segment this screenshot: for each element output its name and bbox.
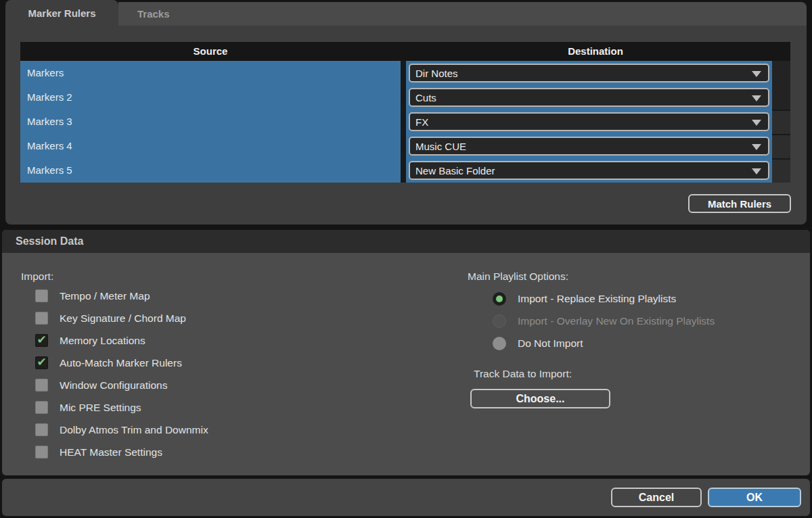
ok-button[interactable]: OK bbox=[708, 488, 801, 507]
checkbox-label: Window Configurations bbox=[60, 379, 167, 392]
checkbox-row-auto-match-marker-rulers[interactable]: ✔ Auto-Match Marker Rulers bbox=[35, 352, 208, 374]
destination-dropdown[interactable]: Dir Notes bbox=[409, 64, 769, 83]
checkbox-label: Mic PRE Settings bbox=[60, 402, 141, 414]
table-row: Markers Dir Notes bbox=[20, 61, 790, 85]
destination-dropdown-value: Music CUE bbox=[415, 141, 466, 152]
destination-dropdown[interactable]: Music CUE bbox=[409, 137, 769, 156]
tab-tracks-label: Tracks bbox=[137, 8, 170, 20]
chevron-down-icon bbox=[752, 95, 761, 101]
track-data-to-import-label: Track Data to Import: bbox=[474, 368, 572, 380]
column-divider bbox=[401, 134, 406, 158]
session-data-body: Import: ✔ Tempo / Meter Map ✔ Key Signat… bbox=[2, 253, 810, 475]
column-divider bbox=[401, 110, 406, 134]
chevron-down-icon bbox=[752, 168, 761, 174]
table-row: Markers 4 Music CUE bbox=[20, 134, 790, 158]
checkbox-label: Auto-Match Marker Rulers bbox=[60, 357, 182, 369]
destination-dropdown-value: FX bbox=[415, 116, 428, 128]
column-divider bbox=[401, 158, 406, 183]
destination-dropdown-value: New Basic Folder bbox=[415, 165, 495, 176]
chevron-down-icon bbox=[752, 144, 761, 150]
checkbox-label: Dolby Atmos Trim and Downmix bbox=[60, 424, 208, 436]
cancel-button[interactable]: Cancel bbox=[611, 488, 702, 507]
radio-row-import-replace[interactable]: Import - Replace Existing Playlists bbox=[493, 287, 715, 310]
checkbox[interactable]: ✔ bbox=[35, 289, 48, 302]
checkbox-label: Key Signature / Chord Map bbox=[60, 312, 186, 325]
check-icon: ✔ bbox=[37, 334, 46, 346]
source-column-header: Source bbox=[20, 42, 401, 61]
import-label: Import: bbox=[21, 270, 53, 283]
source-marker[interactable]: Markers 2 bbox=[20, 85, 401, 110]
tab-bar: Tracks bbox=[118, 2, 807, 26]
destination-dropdown[interactable]: New Basic Folder bbox=[409, 161, 769, 180]
checkbox-label: HEAT Master Settings bbox=[60, 446, 162, 458]
checkbox-row-tempo-meter-map[interactable]: ✔ Tempo / Meter Map bbox=[35, 285, 208, 307]
chevron-down-icon bbox=[752, 71, 761, 77]
checkbox[interactable]: ✔ bbox=[35, 379, 48, 392]
checkbox-label: Tempo / Meter Map bbox=[60, 290, 150, 302]
destination-cell: Dir Notes bbox=[406, 61, 772, 85]
radio-button[interactable] bbox=[493, 337, 506, 350]
radio-button[interactable] bbox=[493, 292, 506, 306]
column-divider bbox=[401, 61, 406, 85]
destination-cell: Music CUE bbox=[406, 134, 772, 158]
checkbox[interactable]: ✔ bbox=[35, 334, 48, 347]
radio-row-do-not-import[interactable]: Do Not Import bbox=[493, 332, 715, 354]
checkbox-row-memory-locations[interactable]: ✔ Memory Locations bbox=[35, 329, 208, 352]
column-divider bbox=[401, 85, 406, 110]
checkbox[interactable]: ✔ bbox=[35, 401, 48, 414]
checkbox-label: Memory Locations bbox=[60, 335, 145, 347]
checkbox[interactable]: ✔ bbox=[35, 423, 48, 436]
choose-button[interactable]: Choose... bbox=[470, 389, 610, 408]
session-data-section: Session Data Import: ✔ Tempo / Meter Map… bbox=[2, 230, 810, 475]
match-rulers-button[interactable]: Match Rulers bbox=[688, 194, 791, 213]
dialog-footer: Cancel OK bbox=[2, 479, 810, 516]
destination-cell: New Basic Folder bbox=[406, 158, 772, 183]
checkbox[interactable]: ✔ bbox=[35, 312, 48, 325]
check-icon: ✔ bbox=[37, 356, 46, 368]
chevron-down-icon bbox=[752, 120, 761, 126]
table-scrollbar-gutter bbox=[772, 61, 790, 85]
radio-label: Do Not Import bbox=[518, 337, 583, 350]
main-playlist-options-label: Main Playlist Options: bbox=[468, 270, 568, 283]
tab-tracks[interactable]: Tracks bbox=[118, 2, 233, 26]
checkbox-row-key-signature-chord-map[interactable]: ✔ Key Signature / Chord Map bbox=[35, 307, 208, 329]
session-data-header: Session Data bbox=[2, 230, 810, 253]
tab-marker-rulers-label: Marker Rulers bbox=[28, 7, 95, 19]
main-playlist-options-list: Import - Replace Existing Playlists Impo… bbox=[493, 287, 715, 354]
source-marker[interactable]: Markers 4 bbox=[20, 134, 401, 158]
marker-mapping-table: Source Destination Markers Dir Notes Mar… bbox=[20, 42, 790, 183]
checkbox[interactable]: ✔ bbox=[35, 446, 48, 458]
radio-label: Import - Replace Existing Playlists bbox=[518, 293, 676, 305]
radio-dot-icon bbox=[496, 296, 503, 302]
table-row: Markers 5 New Basic Folder bbox=[20, 158, 790, 183]
table-scrollbar-gutter bbox=[772, 110, 790, 134]
radio-row-import-overlay: Import - Overlay New On Existing Playlis… bbox=[493, 310, 715, 332]
checkbox-row-window-configurations[interactable]: ✔ Window Configurations bbox=[35, 374, 208, 396]
table-header: Source Destination bbox=[20, 42, 790, 61]
destination-dropdown-value: Dir Notes bbox=[415, 68, 458, 79]
checkbox-row-heat-master-settings[interactable]: ✔ HEAT Master Settings bbox=[35, 441, 208, 463]
destination-cell: FX bbox=[406, 110, 772, 134]
checkbox-row-dolby-atmos-trim-downmix[interactable]: ✔ Dolby Atmos Trim and Downmix bbox=[35, 419, 208, 441]
marker-rulers-panel: Source Destination Markers Dir Notes Mar… bbox=[5, 26, 807, 225]
source-marker[interactable]: Markers 5 bbox=[20, 158, 401, 183]
tab-marker-rulers[interactable]: Marker Rulers bbox=[5, 0, 118, 26]
radio-label: Import - Overlay New On Existing Playlis… bbox=[518, 315, 715, 327]
source-marker[interactable]: Markers 3 bbox=[20, 110, 401, 134]
checkbox-row-mic-pre-settings[interactable]: ✔ Mic PRE Settings bbox=[35, 396, 208, 419]
table-row: Markers 2 Cuts bbox=[20, 85, 790, 110]
destination-cell: Cuts bbox=[406, 85, 772, 110]
checkbox[interactable]: ✔ bbox=[35, 356, 48, 369]
destination-dropdown[interactable]: Cuts bbox=[409, 88, 769, 107]
radio-button bbox=[493, 314, 506, 328]
source-marker[interactable]: Markers bbox=[20, 61, 401, 85]
table-row: Markers 3 FX bbox=[20, 110, 790, 134]
destination-dropdown[interactable]: FX bbox=[409, 112, 769, 131]
destination-dropdown-value: Cuts bbox=[415, 92, 436, 103]
table-scrollbar-gutter bbox=[772, 158, 790, 183]
import-checkbox-list: ✔ Tempo / Meter Map ✔ Key Signature / Ch… bbox=[35, 285, 208, 463]
destination-column-header: Destination bbox=[401, 42, 790, 61]
table-scrollbar-gutter bbox=[772, 85, 790, 110]
table-scrollbar-gutter bbox=[772, 134, 790, 158]
